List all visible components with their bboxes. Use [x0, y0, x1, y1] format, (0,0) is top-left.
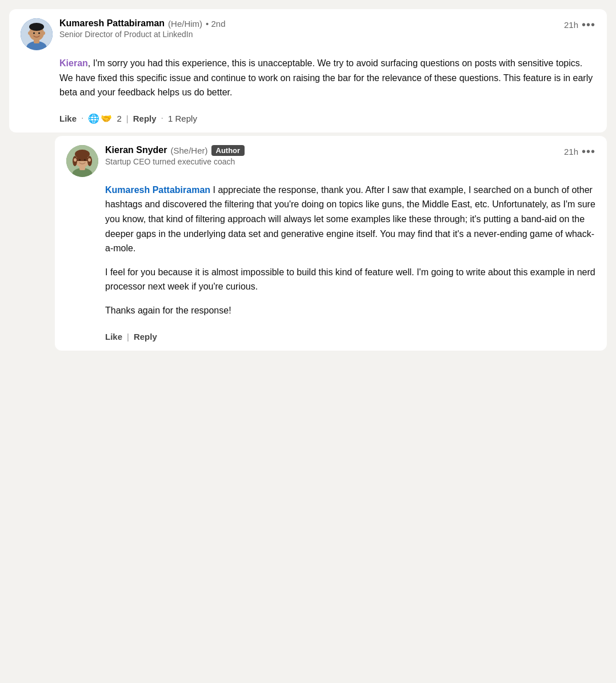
reaction-count: 2	[117, 114, 121, 123]
more-options-icon-kieran[interactable]: •••	[582, 145, 595, 158]
svg-point-17	[79, 159, 81, 160]
mention-kieran[interactable]: Kieran	[59, 58, 88, 68]
avatar	[21, 18, 53, 50]
pronoun: (He/Him)	[168, 19, 202, 29]
comment-header: Kumaresh Pattabiraman (He/Him) • 2nd Sen…	[21, 18, 595, 50]
timestamp-menu: 21h •••	[564, 18, 595, 31]
svg-point-6	[38, 33, 40, 34]
mention-kumaresh[interactable]: Kumaresh Pattabiraman	[105, 185, 210, 195]
action-separator: |	[126, 114, 129, 123]
comment-text-1: , I'm sorry you had this experience, thi…	[59, 58, 593, 97]
reaction-emoji-1: 🌐	[88, 113, 99, 124]
reply-count[interactable]: 1 Reply	[168, 114, 197, 123]
author-name-row: Kumaresh Pattabiraman (He/Him) • 2nd	[59, 18, 557, 29]
degree: • 2nd	[206, 19, 225, 29]
author-badge: Author	[211, 145, 245, 156]
author-info-kieran: Kieran Snyder (She/Her) Author Startup C…	[105, 145, 557, 166]
svg-point-19	[74, 158, 77, 162]
comment-kieran: Kieran Snyder (She/Her) Author Startup C…	[55, 136, 607, 351]
pronoun-kieran: (She/Her)	[170, 146, 207, 155]
reply-button-kieran[interactable]: Reply	[134, 330, 157, 344]
svg-point-8	[42, 31, 45, 35]
svg-point-4	[29, 23, 44, 31]
reaction-emoji-2: 🤝	[101, 113, 112, 124]
timestamp: 21h	[564, 20, 578, 30]
svg-point-18	[84, 159, 86, 160]
dot-separator: ·	[81, 113, 83, 123]
like-button-kieran[interactable]: Like	[105, 330, 122, 344]
avatar-kieran	[66, 145, 98, 177]
comment-body: Kieran, I'm sorry you had this experienc…	[59, 56, 595, 100]
comment-kumaresh: Kumaresh Pattabiraman (He/Him) • 2nd Sen…	[9, 9, 607, 132]
comment-paragraph-3: Thanks again for the response!	[105, 303, 595, 318]
svg-point-5	[33, 33, 35, 34]
comment-body-kieran: Kumaresh Pattabiraman I appreciate the r…	[105, 183, 595, 318]
more-options-icon[interactable]: •••	[582, 18, 595, 31]
svg-point-13	[75, 150, 90, 159]
comment-actions: Like · 🌐🤝 2 | Reply · 1 Reply	[59, 107, 595, 126]
author-name-kieran[interactable]: Kieran Snyder	[105, 145, 167, 155]
timestamp-kieran: 21h	[564, 147, 578, 156]
author-title-kieran: Startup CEO turned executive coach	[105, 157, 557, 166]
svg-point-20	[88, 158, 91, 162]
comment-thread: Kumaresh Pattabiraman (He/Him) • 2nd Sen…	[9, 9, 607, 352]
svg-rect-16	[75, 158, 90, 161]
like-button[interactable]: Like	[59, 111, 77, 126]
comment-header-kieran: Kieran Snyder (She/Her) Author Startup C…	[66, 145, 595, 177]
dot-separator-2: ·	[161, 113, 163, 123]
comment-actions-kieran: Like | Reply	[105, 325, 595, 344]
svg-point-7	[28, 31, 31, 35]
comment-text-kieran-1: I appreciate the response, thank you. Af…	[105, 185, 595, 253]
author-name[interactable]: Kumaresh Pattabiraman	[59, 18, 165, 29]
comment-paragraph-1: Kumaresh Pattabiraman I appreciate the r…	[105, 183, 595, 256]
author-info: Kumaresh Pattabiraman (He/Him) • 2nd Sen…	[59, 18, 557, 39]
comment-paragraph-2: I feel for you because it is almost impo…	[105, 265, 595, 294]
reply-button[interactable]: Reply	[133, 111, 157, 126]
author-title: Senior Director of Product at LinkedIn	[59, 30, 557, 39]
timestamp-menu-kieran: 21h •••	[564, 145, 595, 158]
reaction-emojis: 🌐🤝	[88, 113, 112, 124]
action-separator-kieran: |	[127, 332, 129, 342]
author-name-row-kieran: Kieran Snyder (She/Her) Author	[105, 145, 557, 156]
